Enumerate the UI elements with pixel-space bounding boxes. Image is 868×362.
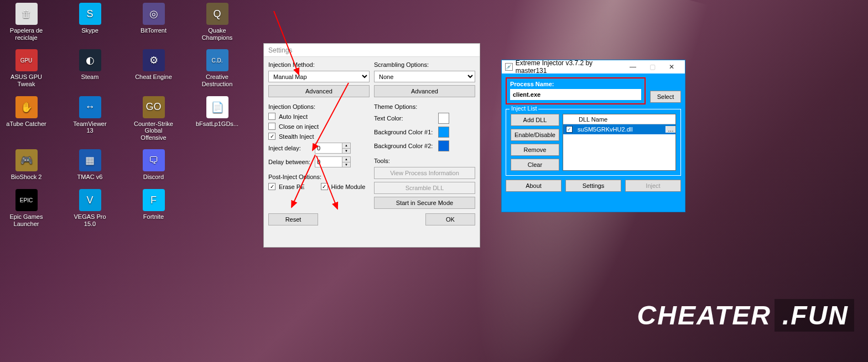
erase-pe-checkbox[interactable]: Erase PE <box>268 183 318 190</box>
advanced-button-left[interactable]: Advanced <box>268 85 370 97</box>
inject-button: Inject <box>625 180 681 192</box>
injection-method-select[interactable]: Manual Map <box>268 71 370 82</box>
dll-list[interactable]: DLL Name ✓ suSM5GRKvHU2.dll … <box>563 114 676 171</box>
scrambling-label: Scrambling Options: <box>374 61 475 68</box>
desktop-icon[interactable]: ▦TMAC v6 <box>69 149 111 181</box>
app-icon: GPU <box>15 49 38 71</box>
desktop-icon[interactable]: ◎BitTorrent <box>133 3 174 41</box>
maximize-button: ▢ <box>643 60 662 74</box>
select-process-button[interactable]: Select <box>650 91 681 103</box>
desktop-icon-label: BioShock 2 <box>11 174 42 181</box>
injector-window: 💉 Extreme Injector v3.7.2 by master131 —… <box>501 60 685 212</box>
desktop-icon-label: Skype <box>81 27 98 34</box>
desktop-icon-label: Quake Champions <box>196 27 238 41</box>
bg2-swatch[interactable] <box>438 140 449 151</box>
inject-delay-input[interactable]: 0▲▼ <box>315 143 351 154</box>
text-color-swatch[interactable] <box>438 113 449 124</box>
dll-checkbox[interactable]: ✓ <box>566 126 573 133</box>
desktop-icon-label: TMAC v6 <box>77 174 103 181</box>
auto-inject-checkbox[interactable]: Auto Inject <box>268 113 370 120</box>
app-icon: ↔ <box>79 96 101 118</box>
injector-settings-button[interactable]: Settings <box>565 180 621 192</box>
injector-titlebar[interactable]: 💉 Extreme Injector v3.7.2 by master131 —… <box>502 60 685 74</box>
app-icon: Q <box>206 3 228 25</box>
tools-label: Tools: <box>374 158 475 164</box>
app-icon: C.D. <box>206 49 228 71</box>
clear-button[interactable]: Clear <box>511 159 559 171</box>
desktop-icon[interactable]: 🗑Papelera de reciclaje <box>6 3 47 41</box>
remove-button[interactable]: Remove <box>511 144 559 156</box>
desktop-icon-label: BitTorrent <box>141 27 167 34</box>
watermark: CHEATER .FUN <box>637 299 854 332</box>
desktop-icon-label: Papelera de reciclaje <box>6 27 47 41</box>
scrambling-select[interactable]: None <box>374 71 475 82</box>
reset-button[interactable]: Reset <box>268 213 318 225</box>
advanced-button-right[interactable]: Advanced <box>374 85 475 97</box>
app-icon: ◐ <box>79 49 101 71</box>
post-inject-label: Post-Inject Options: <box>268 174 370 180</box>
desktop-icon-label: Creative Destruction <box>196 74 238 87</box>
desktop-icon[interactable]: GOCounter-Strike Global Offensive <box>133 96 174 141</box>
text-color-label: Text Color: <box>374 115 435 122</box>
desktop-icon[interactable]: FFortnite <box>133 189 174 227</box>
desktop-icon[interactable]: SSkype <box>69 3 111 41</box>
process-name-label: Process Name: <box>510 81 641 87</box>
about-button[interactable]: About <box>506 180 562 192</box>
desktop-icon-label: ASUS GPU Tweak <box>6 74 47 87</box>
settings-titlebar[interactable]: Settings <box>264 44 480 57</box>
app-icon: S <box>79 3 101 25</box>
injection-options-label: Injection Options: <box>268 103 370 110</box>
desktop-icon-label: aTube Catcher <box>6 120 46 128</box>
desktop-icon-label: VEGAS Pro 15.0 <box>69 213 111 227</box>
desktop-icon-label: TeamViewer 13 <box>69 120 111 134</box>
enable-disable-button[interactable]: Enable/Disable <box>511 129 559 141</box>
scramble-dll-button: Scramble DLL <box>374 182 475 194</box>
delay-between-input[interactable]: 0▲▼ <box>315 156 351 167</box>
desktop-icon[interactable]: ✋aTube Catcher <box>6 96 47 141</box>
desktop-icon[interactable]: ↔TeamViewer 13 <box>69 96 111 141</box>
stealth-inject-checkbox[interactable]: Stealth Inject <box>268 133 370 140</box>
delay-between-label: Delay between: <box>268 159 311 165</box>
app-icon: GO <box>143 96 165 118</box>
desktop-icon[interactable]: GPUASUS GPU Tweak <box>6 49 47 87</box>
desktop-icon-label: Counter-Strike Global Offensive <box>133 120 174 141</box>
desktop-icon[interactable]: ◐Steam <box>69 49 111 87</box>
dll-browse-button[interactable]: … <box>666 126 675 133</box>
minimize-button[interactable]: — <box>623 60 643 74</box>
desktop-icon[interactable]: 🎮BioShock 2 <box>6 149 47 181</box>
desktop-icon[interactable]: VVEGAS Pro 15.0 <box>69 189 111 227</box>
app-icon: ◎ <box>143 3 165 25</box>
secure-mode-button[interactable]: Start in Secure Mode <box>374 197 475 209</box>
desktop-icons-grid: 🗑Papelera de reciclajeSSkype◎BitTorrentQ… <box>6 3 238 227</box>
desktop-icon-label: bFsatLp1GDs... <box>196 120 238 128</box>
desktop-icon[interactable]: C.D.Creative Destruction <box>196 49 238 87</box>
syringe-icon: 💉 <box>505 63 513 71</box>
bg1-swatch[interactable] <box>438 127 449 138</box>
bg2-label: Background Color #2: <box>374 143 435 149</box>
app-icon: EPIC <box>15 189 38 211</box>
close-on-inject-checkbox[interactable]: Close on inject <box>268 123 370 130</box>
dll-list-item[interactable]: ✓ suSM5GRKvHU2.dll … <box>563 124 675 134</box>
process-name-input[interactable]: client.exe <box>510 89 641 100</box>
desktop-icon[interactable]: ⚙Cheat Engine <box>133 49 174 87</box>
close-button[interactable]: ✕ <box>662 60 682 74</box>
desktop-icon-label: Epic Games Launcher <box>6 213 47 227</box>
hide-module-checkbox[interactable]: Hide Module <box>321 183 370 190</box>
desktop-icon[interactable]: 🗨Discord <box>133 149 174 181</box>
app-icon: F <box>143 189 165 211</box>
inject-list-legend: Inject List <box>510 105 538 112</box>
theme-label: Theme Options: <box>374 103 475 110</box>
add-dll-button[interactable]: Add DLL <box>511 114 559 126</box>
desktop-icon[interactable]: QQuake Champions <box>196 3 238 41</box>
desktop-icon[interactable]: 📄bFsatLp1GDs... <box>196 96 238 141</box>
bg1-label: Background Color #1: <box>374 129 435 135</box>
desktop-icon-label: Discord <box>143 174 164 181</box>
inject-delay-label: Inject delay: <box>268 145 311 151</box>
inject-list-fieldset: Inject List Add DLL Enable/Disable Remov… <box>506 109 681 176</box>
desktop-icon-label: Cheat Engine <box>135 74 172 81</box>
ok-button[interactable]: OK <box>425 213 475 225</box>
view-process-info-button: View Process Information <box>374 167 475 179</box>
app-icon: ⚙ <box>143 49 165 71</box>
injection-method-label: Injection Method: <box>268 61 370 68</box>
desktop-icon[interactable]: EPICEpic Games Launcher <box>6 189 47 227</box>
